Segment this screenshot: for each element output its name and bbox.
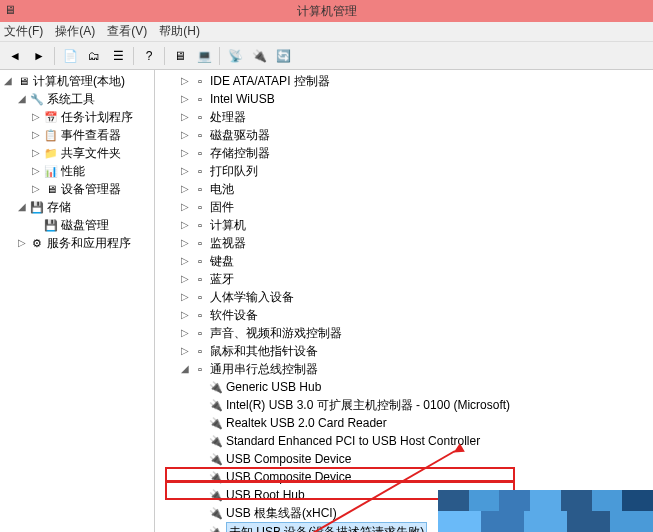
show-hide-tree-button[interactable]: 🗂 [83, 45, 105, 67]
expander-icon[interactable]: ▷ [179, 75, 191, 87]
expander-icon[interactable]: ◢ [16, 201, 28, 213]
main-content: ◢ 🖥 计算机管理(本地) ◢ 🔧 系统工具 ▷📅任务计划程序▷📋事件查看器▷📁… [0, 70, 653, 532]
device-tree-item[interactable]: 🔌Standard Enhanced PCI to USB Host Contr… [159, 432, 649, 450]
uninstall-button[interactable]: 🔌 [248, 45, 270, 67]
services-icon: ⚙ [29, 235, 45, 251]
item-icon: 📋 [43, 127, 59, 143]
tree-item[interactable]: ▷📋事件查看器 [2, 126, 152, 144]
device-label: 鼠标和其他指针设备 [210, 342, 318, 360]
device-label: 蓝牙 [210, 270, 234, 288]
expander-icon[interactable]: ▷ [179, 255, 191, 267]
expander-icon[interactable]: ▷ [179, 291, 191, 303]
expander-icon[interactable]: ▷ [179, 129, 191, 141]
device-tree-item[interactable]: ▷▫计算机 [159, 216, 649, 234]
expander-icon[interactable]: ◢ [16, 93, 28, 105]
expander-icon[interactable]: ▷ [179, 219, 191, 231]
expander-icon[interactable]: ▷ [179, 327, 191, 339]
device-label: Realtek USB 2.0 Card Reader [226, 414, 387, 432]
menu-help[interactable]: 帮助(H) [159, 23, 200, 40]
menu-view[interactable]: 查看(V) [107, 23, 147, 40]
device-icon: ▫ [192, 361, 208, 377]
window-title: 计算机管理 [297, 3, 357, 20]
tree-item[interactable]: ▷🖥设备管理器 [2, 180, 152, 198]
device-tree-item[interactable]: ▷▫电池 [159, 180, 649, 198]
tree-item[interactable]: 💾磁盘管理 [2, 216, 152, 234]
expander-icon[interactable]: ▷ [30, 129, 42, 141]
app-icon: 🖥 [4, 3, 20, 19]
up-button[interactable]: 📄 [59, 45, 81, 67]
expander-icon[interactable]: ▷ [30, 111, 42, 123]
disk-icon: 💾 [43, 217, 59, 233]
device-tree-item[interactable]: ▷▫人体学输入设备 [159, 288, 649, 306]
scan-button[interactable]: 📡 [224, 45, 246, 67]
device-icon: ▫ [192, 127, 208, 143]
expander-spacer [195, 399, 207, 411]
update-button[interactable]: 🔄 [272, 45, 294, 67]
device-label: 键盘 [210, 252, 234, 270]
expander-icon[interactable]: ▷ [179, 201, 191, 213]
expander-icon[interactable]: ▷ [16, 237, 28, 249]
device-tree-item[interactable]: ▷▫存储控制器 [159, 144, 649, 162]
device-label: 电池 [210, 180, 234, 198]
device-icon: ▫ [192, 181, 208, 197]
device-tree-item[interactable]: 🔌Realtek USB 2.0 Card Reader [159, 414, 649, 432]
device-tree-item[interactable]: ◢▫通用串行总线控制器 [159, 360, 649, 378]
tree-item[interactable]: ▷📅任务计划程序 [2, 108, 152, 126]
expander-icon[interactable]: ▷ [179, 93, 191, 105]
item-icon: 📅 [43, 109, 59, 125]
properties-button[interactable]: ☰ [107, 45, 129, 67]
device-icon: ▫ [192, 235, 208, 251]
back-button[interactable]: ◄ [4, 45, 26, 67]
device-tree-item[interactable]: ▷▫软件设备 [159, 306, 649, 324]
expander-icon[interactable]: ▷ [179, 345, 191, 357]
expander-icon[interactable]: ▷ [30, 147, 42, 159]
tree-services[interactable]: ▷ ⚙ 服务和应用程序 [2, 234, 152, 252]
device-tree-item[interactable]: ▷▫IDE ATA/ATAPI 控制器 [159, 72, 649, 90]
expander-icon[interactable]: ▷ [179, 165, 191, 177]
device-label: Intel(R) USB 3.0 可扩展主机控制器 - 0100 (Micros… [226, 396, 510, 414]
forward-button[interactable]: ► [28, 45, 50, 67]
device-tree-item[interactable]: ▷▫监视器 [159, 234, 649, 252]
menu-action[interactable]: 操作(A) [55, 23, 95, 40]
expander-icon[interactable]: ▷ [179, 111, 191, 123]
expander-icon[interactable]: ▷ [179, 237, 191, 249]
help-button[interactable]: ? [138, 45, 160, 67]
expander-icon[interactable]: ◢ [2, 75, 14, 87]
refresh-button[interactable]: 💻 [193, 45, 215, 67]
expander-icon[interactable]: ▷ [179, 147, 191, 159]
view-button[interactable]: 🖥 [169, 45, 191, 67]
device-tree-item[interactable]: ▷▫声音、视频和游戏控制器 [159, 324, 649, 342]
device-tree-item[interactable]: 🔌USB Composite Device [159, 468, 649, 486]
menu-file[interactable]: 文件(F) [4, 23, 43, 40]
tree-storage[interactable]: ◢ 💾 存储 [2, 198, 152, 216]
tree-item[interactable]: ▷📁共享文件夹 [2, 144, 152, 162]
expander-icon[interactable]: ▷ [30, 165, 42, 177]
device-tree-item[interactable]: ▷▫Intel WiUSB [159, 90, 649, 108]
tree-root[interactable]: ◢ 🖥 计算机管理(本地) [2, 72, 152, 90]
device-label: Standard Enhanced PCI to USB Host Contro… [226, 432, 480, 450]
device-tree-item[interactable]: ▷▫蓝牙 [159, 270, 649, 288]
device-tree-item[interactable]: ▷▫处理器 [159, 108, 649, 126]
tree-system-tools[interactable]: ◢ 🔧 系统工具 [2, 90, 152, 108]
tree-item[interactable]: ▷📊性能 [2, 162, 152, 180]
expander-spacer [30, 219, 42, 231]
device-label: 人体学输入设备 [210, 288, 294, 306]
device-label: 软件设备 [210, 306, 258, 324]
expander-icon[interactable]: ◢ [179, 363, 191, 375]
expander-icon[interactable]: ▷ [179, 309, 191, 321]
device-tree-item[interactable]: 🔌USB Composite Device [159, 450, 649, 468]
right-tree-pane[interactable]: ▷▫IDE ATA/ATAPI 控制器▷▫Intel WiUSB▷▫处理器▷▫磁… [155, 70, 653, 532]
device-tree-item[interactable]: 🔌Intel(R) USB 3.0 可扩展主机控制器 - 0100 (Micro… [159, 396, 649, 414]
expander-icon[interactable]: ▷ [179, 183, 191, 195]
expander-icon[interactable]: ▷ [179, 273, 191, 285]
device-tree-item[interactable]: 🔌Generic USB Hub [159, 378, 649, 396]
device-tree-item[interactable]: ▷▫固件 [159, 198, 649, 216]
expander-icon[interactable]: ▷ [30, 183, 42, 195]
device-icon: 🔌 [208, 469, 224, 485]
device-tree-item[interactable]: ▷▫打印队列 [159, 162, 649, 180]
device-tree-item[interactable]: ▷▫鼠标和其他指针设备 [159, 342, 649, 360]
device-label: 通用串行总线控制器 [210, 360, 318, 378]
device-tree-item[interactable]: ▷▫键盘 [159, 252, 649, 270]
device-tree-item[interactable]: ▷▫磁盘驱动器 [159, 126, 649, 144]
left-tree-pane[interactable]: ◢ 🖥 计算机管理(本地) ◢ 🔧 系统工具 ▷📅任务计划程序▷📋事件查看器▷📁… [0, 70, 155, 532]
